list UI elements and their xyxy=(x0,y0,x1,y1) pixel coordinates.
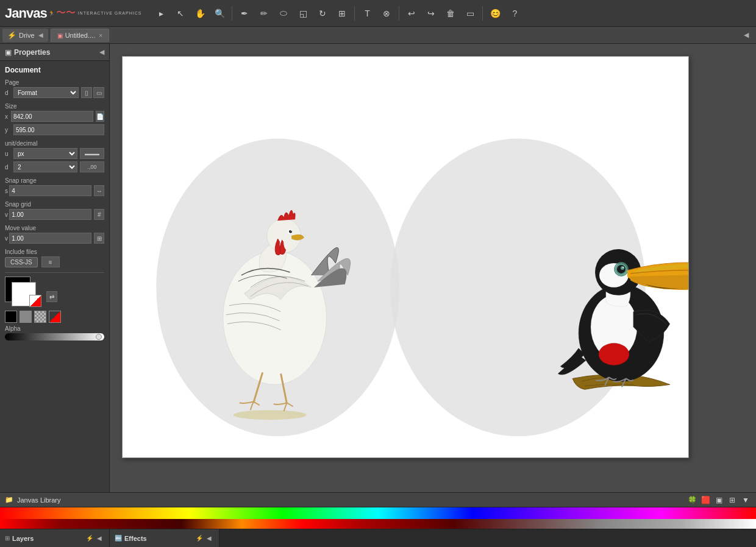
properties-content: Document Page d Format ▯ ▭ Size xyxy=(0,61,109,492)
move-value-input[interactable] xyxy=(9,233,91,244)
zoom-tool-btn[interactable]: 🔍 xyxy=(210,4,229,23)
layers-collapse-btn[interactable]: ◀ xyxy=(94,534,104,543)
lib-color-btn[interactable]: 🟥 xyxy=(700,495,711,506)
layers-flash-btn[interactable]: ⚡ xyxy=(85,534,94,543)
unit-select[interactable]: px xyxy=(13,148,77,159)
library-folder-icon: 📁 xyxy=(5,496,13,504)
drive-button[interactable]: ⚡ Drive ◀ xyxy=(2,29,48,42)
snap-grid-label: Snap grid xyxy=(5,201,104,208)
crop-tool-btn[interactable]: ⊞ xyxy=(333,4,351,23)
active-tab[interactable]: ▣ Untitled.... × xyxy=(51,29,109,42)
layers-panel: ⊞ Layers ⚡ ◀ xyxy=(0,529,110,547)
transform-tool-btn[interactable]: ◱ xyxy=(294,4,312,23)
bottom-preview-area xyxy=(219,529,756,547)
snap-range-icon: ↔ xyxy=(94,185,104,196)
color-swatch-main[interactable] xyxy=(5,277,41,307)
page-btn[interactable]: ▭ xyxy=(461,4,479,23)
decimal-select[interactable]: 2 xyxy=(13,161,77,172)
snap-grid-input[interactable] xyxy=(9,209,91,220)
pencil-tool-btn[interactable]: ✏ xyxy=(255,4,273,23)
portrait-icon[interactable]: ▯ xyxy=(81,87,92,98)
move-value-icon: ⊞ xyxy=(94,233,104,244)
logo-person-icon: 🏃 xyxy=(48,10,55,16)
toolbar-sep2 xyxy=(354,6,355,21)
select-tool-btn[interactable]: ▸ xyxy=(152,4,170,23)
landscape-icon[interactable]: ▭ xyxy=(93,87,104,98)
unit-label: u xyxy=(5,150,13,157)
canvas-area[interactable] xyxy=(110,44,756,492)
effects-collapse-btn[interactable]: ◀ xyxy=(204,534,214,543)
svg-point-6 xyxy=(291,230,292,231)
include-files-icon: ≡ xyxy=(41,256,60,267)
ellipse-tool-btn[interactable]: ⬭ xyxy=(274,4,293,23)
properties-title: Properties xyxy=(14,48,99,57)
drive-label: Drive xyxy=(19,32,35,39)
direct-select-tool-btn[interactable]: ↖ xyxy=(171,4,190,23)
color-rainbow-bar[interactable] xyxy=(0,507,756,519)
warp-tool-btn[interactable]: ⊗ xyxy=(377,4,396,23)
black-swatch[interactable] xyxy=(5,311,17,323)
lib-menu-btn[interactable]: ▼ xyxy=(740,495,751,506)
logo-text: Janvas xyxy=(5,5,47,21)
color-swatch-area: ⇄ xyxy=(5,277,104,323)
lib-layer-btn[interactable]: ▣ xyxy=(713,495,724,506)
svg-point-17 xyxy=(621,266,624,270)
lib-grid-btn[interactable]: ⊞ xyxy=(727,495,738,506)
format-select[interactable]: Format xyxy=(13,87,79,98)
rotate-tool-btn[interactable]: ↻ xyxy=(313,4,332,23)
hand-tool-btn[interactable]: ✋ xyxy=(191,4,209,23)
snap-grid-group: Snap grid v # xyxy=(5,201,104,220)
color-dark-bar[interactable] xyxy=(0,519,756,529)
tab-close-btn[interactable]: × xyxy=(99,32,102,39)
help-btn[interactable]: ? xyxy=(505,4,524,23)
page-group: Page d Format ▯ ▭ xyxy=(5,79,104,98)
size-y-input[interactable] xyxy=(13,124,104,135)
alpha-handle[interactable] xyxy=(96,334,102,340)
pen-tool-btn[interactable]: ✒ xyxy=(235,4,254,23)
svg-point-12 xyxy=(599,344,629,365)
undo-btn[interactable]: ↩ xyxy=(402,4,421,23)
css-js-button[interactable]: CSS-JS xyxy=(5,257,38,267)
emoji-btn[interactable]: 😊 xyxy=(486,4,504,23)
snap-v-label: v xyxy=(5,211,9,218)
gray-swatch[interactable] xyxy=(20,311,32,323)
document-section-title: Document xyxy=(5,66,104,74)
decimal-label: d xyxy=(5,164,13,171)
redo-btn[interactable]: ↪ xyxy=(422,4,440,23)
snap-s-label: s xyxy=(5,188,9,194)
ruler-icon: ▬▬▬ xyxy=(80,148,104,159)
tab-label: Untitled.... xyxy=(65,32,96,39)
delete-btn[interactable]: 🗑 xyxy=(441,4,460,23)
tab-doc-icon: ▣ xyxy=(57,32,63,39)
layers-title: Layers xyxy=(12,535,85,542)
svg-point-18 xyxy=(622,267,624,268)
properties-collapse-btn[interactable]: ◀ xyxy=(99,48,104,56)
page-label: Page xyxy=(5,79,104,86)
svg-point-5 xyxy=(289,230,292,233)
effects-flash-btn[interactable]: ⚡ xyxy=(194,534,204,543)
tab-bar: ⚡ Drive ◀ ▣ Untitled.... × ◀ xyxy=(0,27,756,44)
alpha-slider[interactable] xyxy=(5,333,104,341)
svg-point-9 xyxy=(234,410,307,420)
size-link-icon[interactable]: 📄 xyxy=(96,111,104,122)
size-x-row: x 📄 xyxy=(5,111,104,122)
lib-add-btn[interactable]: 🍀 xyxy=(686,495,697,506)
reset-colors-icon[interactable] xyxy=(29,295,41,307)
pattern-swatch[interactable] xyxy=(34,311,46,323)
snap-grid-row: v # xyxy=(5,209,104,220)
swap-colors-btn[interactable]: ⇄ xyxy=(46,291,57,302)
none-swatch[interactable] xyxy=(49,311,61,323)
bottom-panels: ⊞ Layers ⚡ ◀ 🔤 Effects ⚡ ◀ xyxy=(0,529,756,547)
move-value-row: v ⊞ xyxy=(5,233,104,244)
include-files-label: Include files xyxy=(5,249,104,255)
format-d-label: d xyxy=(5,90,13,96)
library-icons: 🍀 🟥 ▣ ⊞ ▼ xyxy=(686,495,751,506)
toolbar-sep4 xyxy=(482,6,483,21)
logo-subtitle: INTERACTIVE GRAPHICS xyxy=(78,11,142,15)
size-x-input[interactable] xyxy=(11,111,93,122)
text-tool-btn[interactable]: T xyxy=(358,4,376,23)
snap-range-row: s ↔ xyxy=(5,185,104,196)
snap-range-input[interactable] xyxy=(9,185,91,196)
properties-icon: ▣ xyxy=(5,48,12,57)
canvas-document xyxy=(122,56,689,458)
